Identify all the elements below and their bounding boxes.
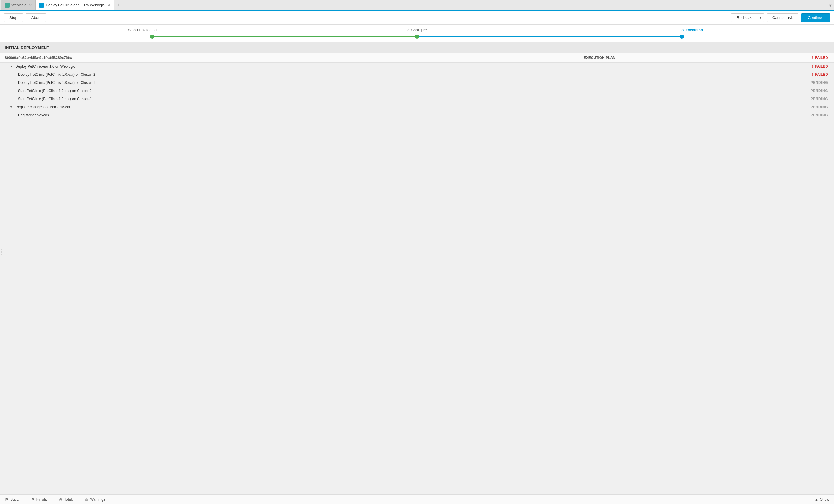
table-row[interactable]: Start PetClinic (PetClinic-1.0.ear) on C… xyxy=(0,95,834,103)
continue-button[interactable]: Continue xyxy=(801,13,830,22)
status-failed: FAILED xyxy=(815,64,828,69)
col-plan-header: EXECUTION PLAN xyxy=(500,53,699,63)
status-icon-failed: ! xyxy=(812,72,813,77)
finish-label: Finish: xyxy=(37,497,47,502)
tab-deploy-close[interactable]: × xyxy=(108,3,110,7)
rollback-dropdown[interactable]: ▾ xyxy=(757,14,764,22)
row-status: ! FAILED xyxy=(699,63,834,71)
step2-dot xyxy=(415,35,419,39)
tab-deploy-label: Deploy PetClinic-ear 1.0 to Weblogic xyxy=(46,3,104,7)
row-label: Deploy PetClinic (PetClinic-1.0.ear) on … xyxy=(0,79,500,87)
row-text: Deploy PetClinic (PetClinic-1.0.ear) on … xyxy=(18,72,95,77)
col-id-header: 800b9faf-a32e-4d5a-9c1f-c653289c766c xyxy=(0,53,500,63)
table-row[interactable]: ▼ Register changes for PetClinic-ear PEN… xyxy=(0,103,834,111)
row-status: PENDING xyxy=(699,79,834,87)
row-plan xyxy=(500,71,699,79)
row-status: PENDING xyxy=(699,87,834,95)
content-area: INITIAL DEPLOYMENT 800b9faf-a32e-4d5a-9c… xyxy=(0,42,834,496)
row-plan xyxy=(500,103,699,111)
row-status: PENDING xyxy=(699,111,834,119)
tab-bar: Weblogic × Deploy PetClinic-ear 1.0 to W… xyxy=(0,0,834,11)
step3-label: 3. Execution xyxy=(681,28,703,32)
status-pending: PENDING xyxy=(811,89,828,93)
footer-total: ◷ Total: xyxy=(59,497,73,502)
steps-progress xyxy=(0,35,834,42)
status-pending: PENDING xyxy=(811,81,828,85)
row-plan xyxy=(500,95,699,103)
section-header: INITIAL DEPLOYMENT xyxy=(0,42,834,53)
start-label: Start: xyxy=(10,497,19,502)
show-label: Show xyxy=(820,497,829,502)
abort-button[interactable]: Abort xyxy=(26,13,46,22)
row-label: Start PetClinic (PetClinic-1.0.ear) on C… xyxy=(0,95,500,103)
tab-weblogic-label: Weblogic xyxy=(12,3,26,7)
execution-table: 800b9faf-a32e-4d5a-9c1f-c653289c766c EXE… xyxy=(0,53,834,119)
row-label: ▼ Register changes for PetClinic-ear xyxy=(0,103,500,111)
status-pending: PENDING xyxy=(811,113,828,117)
tab-add-button[interactable]: + xyxy=(114,1,123,9)
side-dot-1 xyxy=(1,249,2,251)
row-plan xyxy=(500,63,699,71)
expand-icon[interactable]: ▼ xyxy=(9,106,13,109)
row-text: Deploy PetClinic (PetClinic-1.0.ear) on … xyxy=(18,81,95,85)
row-plan xyxy=(500,87,699,95)
step-line-1 xyxy=(154,37,415,37)
side-dot-2 xyxy=(1,251,2,253)
start-flag-icon: ⚑ xyxy=(5,497,8,502)
tab-deploy[interactable]: Deploy PetClinic-ear 1.0 to Weblogic × xyxy=(36,0,114,10)
expand-icon[interactable]: ▼ xyxy=(9,65,13,68)
cancel-task-button[interactable]: Cancel task xyxy=(767,13,798,22)
total-clock-icon: ◷ xyxy=(59,497,62,502)
total-label: Total: xyxy=(64,497,73,502)
side-dots xyxy=(1,249,2,255)
table-row[interactable]: Deploy PetClinic (PetClinic-1.0.ear) on … xyxy=(0,71,834,79)
toolbar: Stop Abort Rollback ▾ Cancel task Contin… xyxy=(0,11,834,25)
step2-label: 2. Configure xyxy=(407,28,426,32)
steps-bar: 1. Select Environment 2. Configure 3. Ex… xyxy=(0,25,834,42)
step3-dot xyxy=(680,35,684,39)
warnings-icon: ⚠ xyxy=(85,497,88,502)
rollback-button[interactable]: Rollback xyxy=(731,14,757,22)
tab-icon-weblogic xyxy=(5,3,9,7)
rollback-group: Rollback ▾ xyxy=(731,13,764,22)
row-status: PENDING xyxy=(699,103,834,111)
row-label: Deploy PetClinic (PetClinic-1.0.ear) on … xyxy=(0,71,500,79)
table-row[interactable]: Deploy PetClinic (PetClinic-1.0.ear) on … xyxy=(0,79,834,87)
tab-bar-scroll[interactable]: ▾ xyxy=(829,2,834,8)
status-pending: PENDING xyxy=(811,105,828,109)
stop-button[interactable]: Stop xyxy=(4,13,23,22)
tab-weblogic-close[interactable]: × xyxy=(29,3,31,7)
table-row[interactable]: Register deployeds PENDING xyxy=(0,111,834,119)
table-row[interactable]: Start PetClinic (PetClinic-1.0.ear) on C… xyxy=(0,87,834,95)
footer-warnings: ⚠ Warnings: xyxy=(85,497,107,502)
row-text: Register changes for PetClinic-ear xyxy=(15,105,70,109)
row-label: Start PetClinic (PetClinic-1.0.ear) on C… xyxy=(0,87,500,95)
col-status-header: ! FAILED xyxy=(699,53,834,63)
tab-weblogic[interactable]: Weblogic × xyxy=(1,0,36,10)
table-row[interactable]: ▼ Deploy PetClinic-ear 1.0 on Weblogic !… xyxy=(0,63,834,71)
finish-flag-icon: ⚑ xyxy=(31,497,35,502)
step-line-2 xyxy=(419,37,680,37)
row-status: PENDING xyxy=(699,95,834,103)
tab-icon-deploy xyxy=(39,3,44,7)
row-label: Register deployeds xyxy=(0,111,500,119)
row-text: Deploy PetClinic-ear 1.0 on Weblogic xyxy=(15,64,75,69)
row-status: ! FAILED xyxy=(699,71,834,79)
row-text: Start PetClinic (PetClinic-1.0.ear) on C… xyxy=(18,89,92,93)
row-text: Start PetClinic (PetClinic-1.0.ear) on C… xyxy=(18,97,92,101)
header-status-icon: ! xyxy=(812,55,813,60)
footer-show[interactable]: ▲ Show xyxy=(815,497,829,502)
row-text: Register deployeds xyxy=(18,113,49,117)
status-failed: FAILED xyxy=(815,72,828,77)
step1-label: 1. Select Environment xyxy=(124,28,159,32)
footer-start: ⚑ Start: xyxy=(5,497,19,502)
footer: ⚑ Start: ⚑ Finish: ◷ Total: ⚠ Warnings: … xyxy=(0,495,834,504)
toolbar-right: Rollback ▾ Cancel task Continue xyxy=(731,13,830,22)
step1-dot xyxy=(150,35,154,39)
footer-finish: ⚑ Finish: xyxy=(31,497,47,502)
row-plan xyxy=(500,79,699,87)
row-plan xyxy=(500,111,699,119)
status-icon-failed: ! xyxy=(812,64,813,69)
status-pending: PENDING xyxy=(811,97,828,101)
chevron-up-icon: ▲ xyxy=(815,497,818,502)
